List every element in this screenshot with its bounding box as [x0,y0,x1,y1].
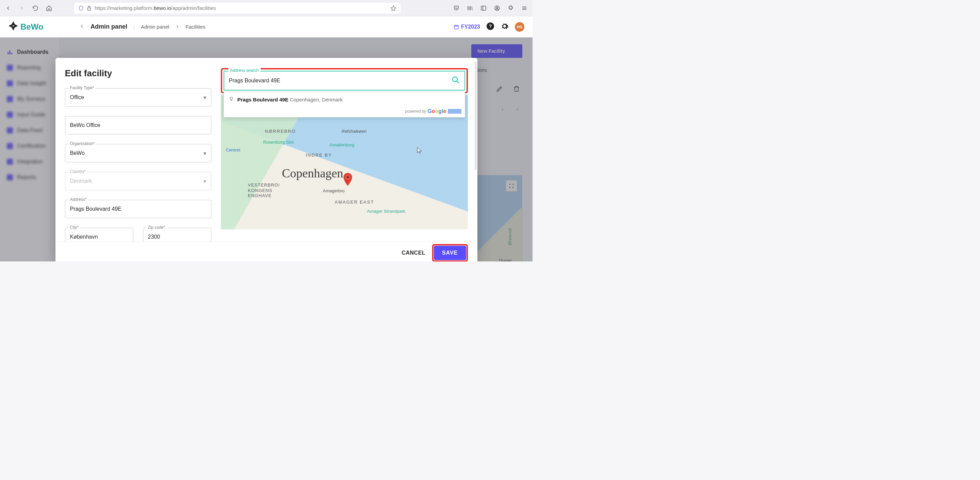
sidebar-icon[interactable] [478,3,489,14]
modal-footer: CANCEL SAVE [56,242,477,262]
url-bar[interactable]: https://marketing.platform.bewo.io/app/a… [74,3,401,14]
breadcrumb-item[interactable]: Facilities [185,24,205,30]
star-icon[interactable] [390,5,396,11]
map-city-label: Copenhagen [282,166,343,180]
logo-text: BeWo [21,22,43,32]
organization-select[interactable]: Organization* BeWo ▾ [65,144,211,163]
city-input[interactable]: City* [65,228,134,242]
zip-input[interactable]: Zip code* [143,228,211,242]
lock-icon [86,5,92,11]
pin-icon [229,96,234,103]
svg-text:?: ? [488,23,492,29]
app: BeWo Admin panel | Admin panel Facilitie… [0,16,533,262]
avatar[interactable]: HG [515,22,524,32]
home-icon[interactable] [43,3,54,14]
url-text: https://marketing.platform.bewo.io/app/a… [95,5,216,11]
breadcrumb: Admin panel | Admin panel Facilities [80,23,205,30]
pocket-icon[interactable] [451,3,462,14]
form-column: Edit facility Facility Type* Office ▾ Or… [65,68,211,242]
save-button-highlight: SAVE [432,244,468,262]
menu-icon[interactable] [519,3,530,14]
back-icon[interactable] [3,3,14,14]
country-select[interactable]: Country* Denmark ▾ [65,172,211,190]
page-title: Admin panel [91,23,127,30]
search-icon[interactable] [452,76,460,85]
breadcrumb-item[interactable]: Admin panel [141,24,169,30]
svg-point-10 [453,77,457,82]
chevron-down-icon: ▾ [204,150,206,156]
modal-title: Edit facility [65,68,211,79]
map-pin-icon [343,173,352,187]
browser-toolbar: https://marketing.platform.bewo.io/app/a… [0,0,533,16]
address-search-highlight: Address search Prags Boulevard 49ECopenh… [221,68,468,93]
save-button[interactable]: SAVE [434,246,466,260]
scrollbar[interactable] [475,61,477,170]
chevron-down-icon: ▾ [204,178,206,185]
account-icon[interactable] [492,3,503,14]
svg-rect-1 [481,6,486,10]
logo-mark-icon [8,21,18,33]
address-search-input[interactable]: Address search [224,71,465,91]
shield-icon [78,5,84,11]
svg-point-3 [496,7,498,8]
address-input[interactable]: Address* [65,200,211,218]
cursor-icon [416,147,423,155]
settings-icon[interactable] [501,22,509,32]
extensions-icon[interactable] [505,3,516,14]
address-suggestion-item[interactable]: Prags Boulevard 49ECopenhagen, Denmark [224,92,465,107]
powered-by: powered by Google [224,107,465,117]
svg-rect-4 [454,25,458,29]
fiscal-year-selector[interactable]: FY2023 [453,24,480,30]
edit-facility-modal: Edit facility Facility Type* Office ▾ Or… [56,58,477,262]
address-suggestions: Prags Boulevard 49ECopenhagen, Denmark p… [224,92,465,118]
topbar: BeWo Admin panel | Admin panel Facilitie… [0,16,533,37]
forward-icon[interactable] [16,3,27,14]
facility-name-input[interactable] [65,116,211,134]
chevron-down-icon: ▾ [204,94,206,101]
help-icon[interactable]: ? [486,22,495,32]
chevron-right-icon [175,24,179,30]
modal-overlay: Edit facility Facility Type* Office ▾ Or… [0,37,533,262]
content-area: Dashboards Reporting Data Insight My Sur… [0,37,533,262]
map-column: Address search Prags Boulevard 49ECopenh… [221,68,468,242]
breadcrumb-back-icon[interactable] [80,24,84,30]
calendar-icon [453,24,459,30]
cancel-button[interactable]: CANCEL [401,250,425,256]
svg-point-11 [346,175,349,179]
svg-rect-0 [88,8,91,10]
library-icon[interactable] [465,3,476,14]
facility-type-select[interactable]: Facility Type* Office ▾ [65,88,211,107]
logo[interactable]: BeWo [8,21,80,33]
reload-icon[interactable] [30,3,41,14]
